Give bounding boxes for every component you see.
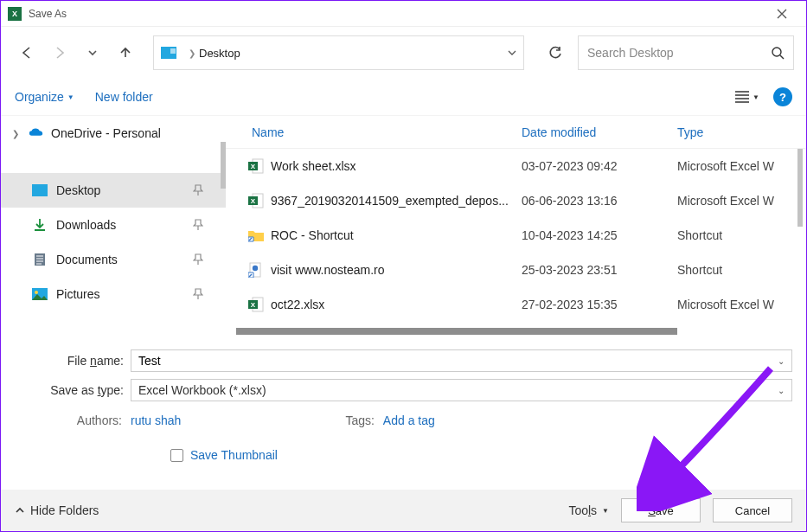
- file-type: Shortcut: [677, 228, 722, 242]
- file-name: Work sheet.xlsx: [271, 159, 522, 173]
- xlsx-icon: X: [248, 158, 271, 174]
- main-area: ❯ OneDrive - Personal Desktop Downloads: [1, 115, 806, 336]
- file-list-pane: Name Date modified Type X Work sheet.xls…: [226, 116, 806, 336]
- sidebar-item-downloads[interactable]: Downloads: [1, 208, 226, 242]
- footer: Hide Folders Tools ▼ Save Cancel: [1, 490, 806, 531]
- recent-locations-dropdown[interactable]: [79, 39, 106, 67]
- sidebar-item-label: Pictures: [56, 287, 100, 301]
- file-date: 25-03-2023 23:51: [522, 263, 677, 277]
- file-type: Shortcut: [677, 263, 722, 277]
- file-date: 06-06-2023 13:16: [522, 194, 677, 208]
- title-bar: X Save As: [1, 1, 806, 27]
- window-title: Save As: [29, 8, 67, 20]
- organize-label: Organize: [15, 90, 64, 104]
- save-type-field[interactable]: Excel Workbook (*.xlsx) ⌄: [131, 379, 792, 401]
- file-name-label: File name:: [15, 354, 131, 368]
- file-name: 9367_20190320141509_exempted_depos...: [271, 194, 522, 208]
- file-type: Microsoft Excel W: [677, 298, 774, 311]
- search-box[interactable]: [578, 35, 794, 70]
- save-type-value: Excel Workbook (*.xlsx): [138, 383, 266, 397]
- column-headers: Name Date modified Type: [226, 116, 806, 149]
- pictures-icon: [32, 286, 48, 302]
- sidebar-item-label: Documents: [56, 253, 118, 266]
- toolbar: Organize ▼ New folder ▼ ?: [1, 79, 806, 115]
- authors-value[interactable]: rutu shah: [131, 413, 181, 427]
- address-dropdown-icon[interactable]: [508, 48, 516, 57]
- save-button[interactable]: Save: [621, 498, 701, 522]
- close-button[interactable]: [765, 1, 799, 27]
- chevron-right-icon[interactable]: ❯: [10, 129, 22, 138]
- tools-button[interactable]: Tools ▼: [568, 503, 609, 517]
- save-thumbnail-label: Save Thumbnail: [190, 448, 278, 462]
- search-input[interactable]: [587, 46, 771, 60]
- downloads-icon: [32, 217, 48, 233]
- onedrive-icon: [29, 125, 44, 141]
- sidebar-item-documents[interactable]: Documents: [1, 242, 226, 277]
- cancel-button[interactable]: Cancel: [713, 498, 792, 522]
- svg-text:X: X: [251, 163, 256, 170]
- svg-point-11: [253, 266, 258, 271]
- pin-icon[interactable]: [193, 219, 203, 231]
- svg-text:X: X: [251, 197, 256, 205]
- tags-label: Tags:: [345, 413, 374, 427]
- refresh-button[interactable]: [538, 35, 573, 70]
- sidebar-item-desktop[interactable]: Desktop: [1, 173, 226, 208]
- xlsx-icon: X: [248, 297, 271, 312]
- chevron-right-icon: ❯: [189, 48, 195, 58]
- pin-icon[interactable]: [193, 253, 203, 266]
- chevron-down-icon: ▼: [602, 507, 609, 515]
- file-row[interactable]: ROC - Shortcut 10-04-2023 14:25 Shortcut: [226, 218, 806, 253]
- pin-icon[interactable]: [193, 184, 203, 196]
- up-button[interactable]: [112, 39, 139, 67]
- pin-icon[interactable]: [193, 288, 203, 300]
- desktop-icon: [161, 47, 176, 59]
- horizontal-scrollbar[interactable]: [226, 327, 806, 336]
- file-row[interactable]: X 9367_20190320141509_exempted_depos... …: [226, 183, 806, 218]
- address-bar[interactable]: ❯ Desktop: [153, 35, 524, 70]
- svg-point-0: [772, 48, 781, 56]
- file-date: 27-02-2023 15:35: [522, 298, 677, 311]
- svg-text:X: X: [251, 301, 256, 309]
- file-name-input[interactable]: [138, 354, 778, 368]
- file-row[interactable]: visit www.nosteam.ro 25-03-2023 23:51 Sh…: [226, 253, 806, 287]
- chevron-down-icon: ▼: [67, 93, 74, 101]
- column-name[interactable]: Name: [252, 125, 522, 139]
- authors-label: Authors:: [15, 413, 131, 427]
- back-button[interactable]: [13, 39, 41, 67]
- form-area: File name: ⌄ Save as type: Excel Workboo…: [1, 336, 806, 467]
- chevron-down-icon[interactable]: ⌄: [778, 356, 785, 366]
- tags-value[interactable]: Add a tag: [383, 413, 435, 427]
- file-row[interactable]: X Work sheet.xlsx 03-07-2023 09:42 Micro…: [226, 149, 806, 183]
- chevron-up-icon: [15, 505, 25, 516]
- checkbox-icon[interactable]: [170, 449, 183, 462]
- organize-button[interactable]: Organize ▼: [15, 90, 74, 104]
- hide-folders-button[interactable]: Hide Folders: [15, 503, 99, 517]
- chevron-down-icon[interactable]: ⌄: [778, 386, 785, 395]
- sidebar: ❯ OneDrive - Personal Desktop Downloads: [1, 116, 226, 336]
- svg-point-3: [35, 291, 38, 294]
- xlsx-icon: X: [248, 193, 271, 208]
- new-folder-button[interactable]: New folder: [95, 90, 153, 104]
- save-thumbnail-checkbox[interactable]: Save Thumbnail: [170, 448, 792, 462]
- search-icon[interactable]: [771, 46, 785, 60]
- sidebar-item-pictures[interactable]: Pictures: [1, 277, 226, 311]
- file-list-scrollbar[interactable]: [797, 149, 803, 227]
- file-name: ROC - Shortcut: [271, 228, 522, 242]
- sidebar-item-label: Desktop: [56, 183, 100, 197]
- column-type[interactable]: Type: [677, 125, 703, 139]
- save-type-label: Save as type:: [15, 383, 131, 397]
- file-type: Microsoft Excel W: [677, 194, 774, 208]
- breadcrumb-location[interactable]: Desktop: [199, 47, 240, 60]
- column-date[interactable]: Date modified: [522, 125, 677, 139]
- file-name-field[interactable]: ⌄: [131, 349, 792, 372]
- file-row[interactable]: X oct22.xlsx 27-02-2023 15:35 Microsoft …: [226, 287, 806, 322]
- file-name: visit www.nosteam.ro: [271, 263, 522, 277]
- sidebar-item-label: Downloads: [56, 218, 116, 232]
- sidebar-item-onedrive[interactable]: ❯ OneDrive - Personal: [1, 118, 226, 149]
- sidebar-item-label: OneDrive - Personal: [51, 126, 161, 140]
- desktop-icon: [32, 183, 48, 198]
- help-button[interactable]: ?: [773, 87, 792, 106]
- excel-logo-icon: X: [8, 7, 22, 21]
- view-options-button[interactable]: ▼: [735, 91, 759, 103]
- forward-button[interactable]: [46, 39, 74, 67]
